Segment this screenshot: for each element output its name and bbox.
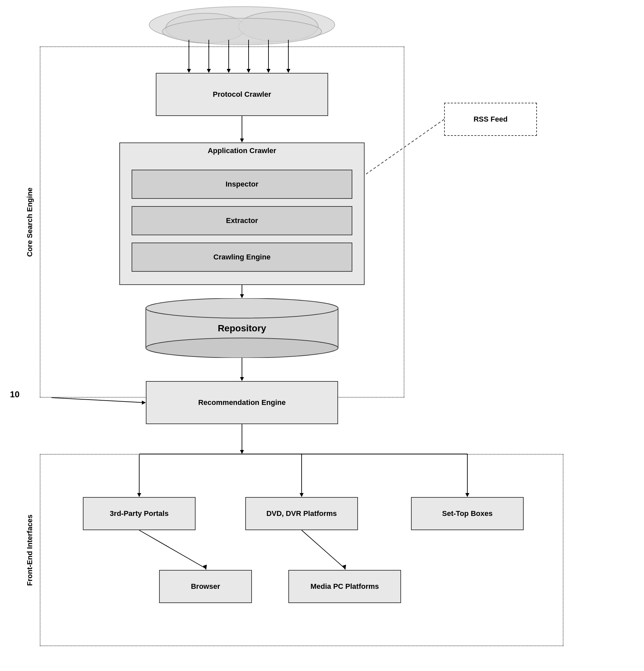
svg-point-41 xyxy=(146,338,338,358)
inspector-label: Inspector xyxy=(225,180,258,189)
frontend-interfaces-label: Front-End Interfaces xyxy=(20,454,40,646)
svg-point-3 xyxy=(162,18,321,45)
svg-point-2 xyxy=(239,12,318,41)
diagram-container: Core Search Engine Protocol Crawler Appl… xyxy=(0,0,644,671)
svg-point-40 xyxy=(146,298,338,318)
dvd-dvr-label: DVD, DVR Platforms xyxy=(266,509,337,519)
number-label: 10 xyxy=(10,389,20,400)
extractor-label: Extractor xyxy=(226,216,258,225)
frontend-interfaces-box xyxy=(40,454,564,646)
inspector-inner-box: Inspector xyxy=(131,170,352,199)
crawling-engine-inner-box: Crawling Engine xyxy=(131,243,352,272)
rss-feed-label: RSS Feed xyxy=(473,115,508,124)
media-pc-box: Media PC Platforms xyxy=(288,570,401,603)
extractor-inner-box: Extractor xyxy=(131,206,352,235)
settop-boxes-box: Set-Top Boxes xyxy=(411,497,524,530)
media-pc-label: Media PC Platforms xyxy=(311,582,379,591)
browser-box: Browser xyxy=(159,570,252,603)
crawling-engine-label: Crawling Engine xyxy=(213,253,270,262)
repository-svg: Repository xyxy=(139,298,345,358)
core-search-engine-label: Core Search Engine xyxy=(20,47,40,397)
application-crawler-box: Application Crawler Inspector Extractor … xyxy=(119,142,365,285)
recommendation-engine-box: Recommendation Engine xyxy=(146,381,338,424)
svg-point-1 xyxy=(166,13,245,43)
svg-text:Repository: Repository xyxy=(218,323,266,333)
svg-marker-38 xyxy=(142,401,146,405)
protocol-crawler-box: Protocol Crawler xyxy=(156,73,328,116)
rss-feed-box: RSS Feed xyxy=(444,103,537,136)
application-crawler-label: Application Crawler xyxy=(208,147,276,155)
svg-line-37 xyxy=(51,397,144,403)
settop-label: Set-Top Boxes xyxy=(442,509,493,518)
browser-label: Browser xyxy=(191,582,220,591)
svg-point-0 xyxy=(149,7,335,43)
third-party-portals-box: 3rd-Party Portals xyxy=(83,497,195,530)
cloud-shape xyxy=(149,7,335,45)
recommendation-engine-label: Recommendation Engine xyxy=(198,397,286,408)
protocol-crawler-label: Protocol Crawler xyxy=(213,90,271,99)
svg-marker-23 xyxy=(240,450,244,454)
dvd-dvr-box: DVD, DVR Platforms xyxy=(245,497,358,530)
third-party-label: 3rd-Party Portals xyxy=(110,509,168,518)
